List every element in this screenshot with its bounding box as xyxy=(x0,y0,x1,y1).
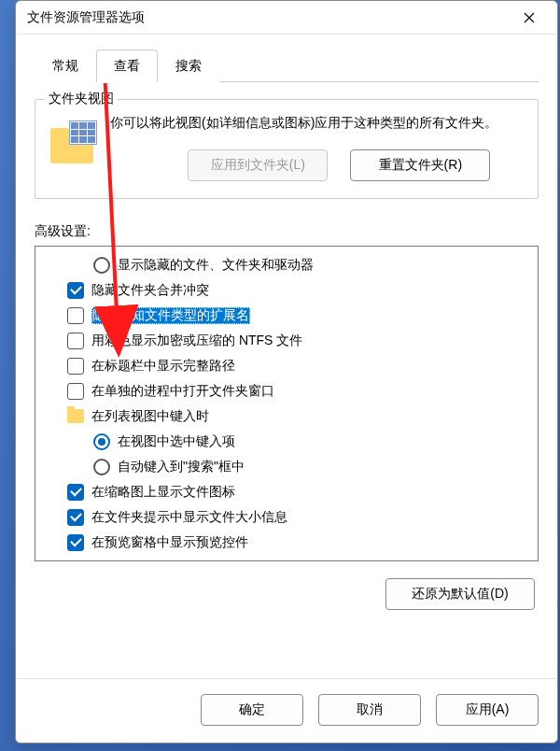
radio-icon[interactable] xyxy=(93,459,110,475)
list-item: 在列表视图中键入时 xyxy=(43,404,530,429)
tab-search[interactable]: 搜索 xyxy=(158,50,219,82)
list-item-label: 隐藏已知文件类型的扩展名 xyxy=(91,307,250,324)
advanced-settings-list[interactable]: 显示隐藏的文件、文件夹和驱动器隐藏文件夹合并冲突隐藏已知文件类型的扩展名用彩色显… xyxy=(35,246,539,561)
restore-defaults-button[interactable]: 还原为默认值(D) xyxy=(385,578,535,610)
close-icon xyxy=(524,12,535,23)
folder-view-desc: 你可以将此视图(如详细信息或图标)应用于这种类型的所有文件夹。 xyxy=(110,113,497,133)
list-item[interactable]: 在预览窗格中显示预览控件 xyxy=(43,530,530,555)
dialog-footer: 确定 取消 应用(A) xyxy=(16,678,557,743)
list-item-label: 隐藏文件夹合并冲突 xyxy=(91,282,209,299)
radio-icon[interactable] xyxy=(93,257,110,274)
folder-view-group: 文件夹视图 你可以将此视图(如详细信息或图标)应用于这种类型的所有文件夹。 应用… xyxy=(35,99,539,199)
list-item-label: 显示隐藏的文件、文件夹和驱动器 xyxy=(118,257,314,274)
window-title: 文件资源管理器选项 xyxy=(27,9,509,26)
list-item-label: 在单独的进程中打开文件夹窗口 xyxy=(91,383,274,400)
tab-bar: 常规 查看 搜索 xyxy=(35,50,539,82)
reset-folders-button[interactable]: 重置文件夹(R) xyxy=(350,149,490,181)
checkbox-icon[interactable] xyxy=(67,282,84,299)
list-item[interactable]: 显示隐藏的文件、文件夹和驱动器 xyxy=(43,252,530,277)
advanced-settings-label: 高级设置: xyxy=(35,223,539,240)
list-item-label: 在列表视图中键入时 xyxy=(91,408,209,425)
list-item[interactable]: 在文件夹提示中显示文件大小信息 xyxy=(43,504,530,530)
list-item-label: 在文件夹提示中显示文件大小信息 xyxy=(91,509,287,526)
checkbox-icon[interactable] xyxy=(67,534,84,551)
list-item-label: 自动键入到"搜索"框中 xyxy=(118,459,245,475)
list-item[interactable]: 隐藏已知文件类型的扩展名 xyxy=(43,303,530,328)
list-item[interactable]: 自动键入到"搜索"框中 xyxy=(43,454,530,479)
list-item-label: 在视图中选中键入项 xyxy=(118,433,235,450)
folder-view-group-label: 文件夹视图 xyxy=(45,91,118,107)
list-item-label: 在标题栏中显示完整路径 xyxy=(91,358,235,375)
apply-button[interactable]: 应用(A) xyxy=(436,694,539,726)
checkbox-icon[interactable] xyxy=(67,509,84,526)
checkbox-icon[interactable] xyxy=(67,333,84,349)
apply-to-folders-button[interactable]: 应用到文件夹(L) xyxy=(188,149,328,181)
list-item-label: 在预览窗格中显示预览控件 xyxy=(91,534,248,551)
checkbox-icon[interactable] xyxy=(67,307,84,324)
list-item[interactable]: 在缩略图上显示文件图标 xyxy=(43,479,530,504)
list-item[interactable]: 在视图中选中键入项 xyxy=(43,429,530,454)
list-item[interactable]: 隐藏文件夹合并冲突 xyxy=(43,277,530,303)
list-item[interactable]: 用彩色显示加密或压缩的 NTFS 文件 xyxy=(43,328,530,353)
titlebar: 文件资源管理器选项 xyxy=(16,1,557,35)
folder-view-icon xyxy=(50,119,97,163)
folder-icon xyxy=(67,409,84,423)
list-item[interactable]: 在单独的进程中打开文件夹窗口 xyxy=(43,378,530,404)
list-item-label: 用彩色显示加密或压缩的 NTFS 文件 xyxy=(91,333,302,349)
folder-options-dialog: 文件资源管理器选项 常规 查看 搜索 文件夹视图 你可以将此视图(如详细信息或图… xyxy=(15,0,558,744)
list-item-label: 在缩略图上显示文件图标 xyxy=(91,484,235,501)
list-item[interactable]: 在标题栏中显示完整路径 xyxy=(43,353,530,378)
radio-icon[interactable] xyxy=(93,433,110,450)
cancel-button[interactable]: 取消 xyxy=(318,694,421,726)
ok-button[interactable]: 确定 xyxy=(201,694,303,726)
checkbox-icon[interactable] xyxy=(67,383,84,400)
checkbox-icon[interactable] xyxy=(67,358,84,375)
tab-general[interactable]: 常规 xyxy=(35,50,96,82)
tab-view[interactable]: 查看 xyxy=(96,50,158,82)
close-button[interactable] xyxy=(509,5,550,31)
checkbox-icon[interactable] xyxy=(67,484,84,501)
